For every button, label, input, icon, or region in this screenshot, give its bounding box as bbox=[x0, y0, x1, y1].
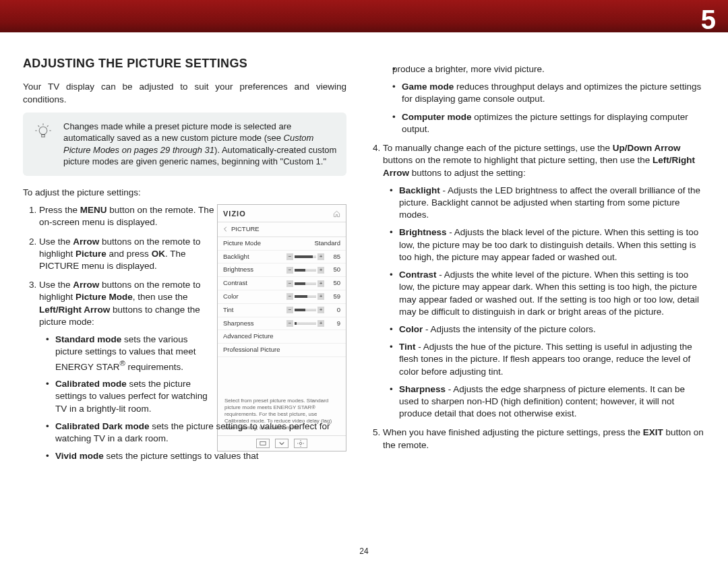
setting-color: Color - Adjusts the intensity of the pic… bbox=[390, 323, 705, 336]
settings-definitions: Backlight - Adjusts the LED brightness t… bbox=[383, 185, 705, 420]
mode-standard: Standard mode sets the various picture s… bbox=[46, 334, 214, 373]
lead-in: To adjust the picture settings: bbox=[23, 187, 346, 199]
minus-icon: − bbox=[286, 253, 293, 260]
osd-row-backlight: Backlight −+ 85 bbox=[218, 251, 346, 264]
mode-computer: Computer mode optimizes the picture sett… bbox=[392, 111, 705, 135]
svg-point-0 bbox=[39, 127, 47, 135]
osd-row-contrast: Contrast −+ 50 bbox=[218, 277, 346, 290]
header-bar: 5 bbox=[0, 0, 728, 32]
osd-row-sharpness: Sharpness −+ 9 bbox=[218, 317, 346, 331]
osd-row-picture-mode: Picture Mode Standard bbox=[218, 237, 346, 251]
osd-row-professional: Professional Picture bbox=[218, 344, 346, 357]
steps-list-continued: To manually change each of the picture s… bbox=[367, 142, 705, 451]
setting-tint: Tint - Adjusts the hue of the picture. T… bbox=[390, 341, 705, 378]
setting-sharpness: Sharpness - Adjusts the edge sharpness o… bbox=[390, 383, 705, 420]
osd-row-tint: Tint −+ 0 bbox=[218, 304, 346, 317]
osd-breadcrumb-label: PICTURE bbox=[231, 225, 260, 234]
intro-paragraph: Your TV display can be adjusted to suit … bbox=[23, 81, 346, 105]
setting-brightness: Brightness - Adjusts the black level of … bbox=[390, 226, 705, 263]
osd-row-brightness: Brightness −+ 50 bbox=[218, 263, 346, 277]
osd-preview: VIZIO PICTURE Picture Mode Standard Back… bbox=[217, 204, 346, 451]
step-5: When you have finished adjusting the pic… bbox=[383, 427, 705, 451]
setting-contrast: Contrast - Adjusts the white level of th… bbox=[390, 269, 705, 318]
mode-calibrated: Calibrated mode sets the picture setting… bbox=[46, 378, 214, 415]
osd-logo: VIZIO bbox=[223, 209, 246, 219]
osd-breadcrumb: PICTURE bbox=[218, 222, 346, 237]
chapter-number: 5 bbox=[701, 1, 716, 38]
step-2: Use the Arrow buttons on the remote to h… bbox=[39, 236, 228, 273]
tip-callout: Changes made while a preset picture mode… bbox=[23, 113, 346, 176]
mode-vivid: Vivid mode sets the picture settings to … bbox=[46, 450, 346, 462]
setting-backlight: Backlight - Adjusts the LED brightness t… bbox=[390, 185, 705, 222]
svg-line-5 bbox=[47, 125, 49, 127]
home-icon bbox=[333, 210, 340, 218]
mode-game: Game mode reduces throughput delays and … bbox=[392, 81, 705, 105]
mode-list-continued: produce a brighter, more vivid picture. … bbox=[367, 63, 705, 135]
osd-row-advanced: Advanced Picture bbox=[218, 330, 346, 344]
tip-text-prefix: Changes made while a preset picture mode… bbox=[63, 121, 291, 144]
step-1: Press the MENU button on the remote. The… bbox=[39, 204, 228, 228]
chevron-left-icon bbox=[223, 226, 229, 232]
section-heading: ADJUSTING THE PICTURE SETTINGS bbox=[23, 55, 346, 71]
mode-calibrated-dark: Calibrated Dark mode sets the picture se… bbox=[46, 420, 346, 445]
plus-icon: + bbox=[317, 253, 324, 260]
page-body: ADJUSTING THE PICTURE SETTINGS Your TV d… bbox=[23, 40, 705, 542]
mode-vivid-cont: produce a brighter, more vivid picture. bbox=[392, 63, 705, 75]
right-column: produce a brighter, more vivid picture. … bbox=[367, 40, 705, 470]
osd-row-color: Color −+ 59 bbox=[218, 290, 346, 304]
step-4: To manually change each of the picture s… bbox=[383, 142, 705, 420]
lightbulb-icon bbox=[34, 122, 53, 141]
svg-line-4 bbox=[38, 125, 39, 127]
page-number: 24 bbox=[23, 546, 705, 557]
left-column: ADJUSTING THE PICTURE SETTINGS Your TV d… bbox=[23, 40, 346, 470]
